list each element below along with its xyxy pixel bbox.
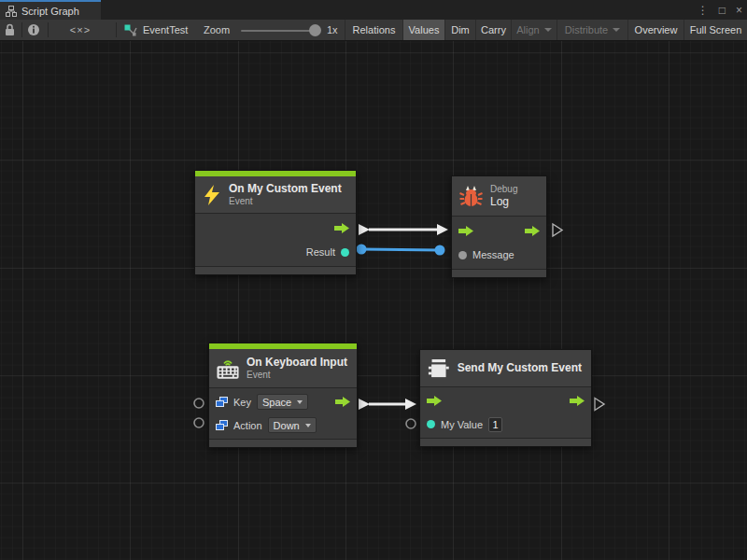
custom-event-machine-icon — [428, 357, 450, 380]
node-header[interactable]: Debug Log — [452, 176, 546, 217]
tab-bar: Script Graph ⋮ □ × — [0, 0, 747, 20]
window-menu-icon[interactable]: ⋮ — [698, 5, 709, 16]
node-subtitle: Event — [247, 370, 347, 381]
dim-button[interactable]: Dim — [444, 20, 475, 40]
message-input-row[interactable]: Message — [452, 243, 546, 267]
node-send-my-custom-event[interactable]: Send My Custom Event My Value 1 — [419, 349, 592, 447]
port-label: Action — [233, 420, 262, 431]
flow-connection-keyboard-to-send[interactable] — [359, 399, 416, 410]
connections-layer — [0, 41, 747, 560]
chevron-down-icon — [544, 28, 552, 32]
code-icon: <×> — [70, 24, 91, 35]
inline-value-icon — [216, 420, 228, 431]
lock-button[interactable] — [4, 20, 16, 40]
zoom-slider-handle[interactable] — [309, 24, 321, 36]
node-footer — [209, 440, 357, 447]
my-value-field[interactable]: 1 — [488, 417, 502, 432]
log-continuation-port[interactable] — [553, 224, 562, 236]
toolbar-buttons: Relations Values Dim Carry Align Distrib… — [345, 20, 747, 40]
node-header[interactable]: On Keyboard Input Event — [209, 349, 357, 388]
graph-breadcrumb[interactable]: EventTest — [124, 20, 188, 40]
tab-script-graph[interactable]: Script Graph — [0, 0, 101, 20]
flow-in-arrow-icon — [458, 226, 473, 236]
node-on-my-custom-event[interactable]: On My Custom Event Event Result — [194, 170, 357, 275]
port-label: My Value — [441, 419, 483, 430]
node-subtitle: Event — [229, 196, 342, 207]
chevron-down-icon — [297, 400, 303, 404]
node-debug-log[interactable]: Debug Log Message — [451, 175, 547, 278]
key-dropdown[interactable]: Space — [257, 394, 308, 410]
lock-icon — [4, 23, 16, 36]
flow-out-arrow-icon — [335, 397, 350, 407]
toolbar-separator — [21, 22, 22, 37]
value-port-icon[interactable] — [427, 420, 435, 428]
distribute-button[interactable]: Distribute — [557, 20, 627, 40]
toolbar-separator — [116, 22, 117, 37]
zoom-value: 1x — [327, 20, 338, 40]
port-label: Result — [306, 246, 335, 258]
bug-icon — [459, 185, 483, 208]
my-value-input-row[interactable]: My Value 1 — [420, 413, 591, 436]
port-label: Message — [472, 249, 514, 260]
script-graph-asset-icon — [124, 23, 137, 36]
tab-label: Script Graph — [21, 6, 79, 17]
full-screen-button[interactable]: Full Screen — [684, 20, 747, 40]
my-value-external-port[interactable] — [406, 419, 416, 428]
result-output-row[interactable]: Result — [195, 240, 356, 264]
port-label: Key — [233, 397, 251, 408]
node-footer — [420, 439, 591, 446]
node-header[interactable]: Send My Custom Event — [420, 350, 591, 387]
zoom-label: Zoom — [204, 20, 230, 40]
flow-in-arrow-icon — [427, 396, 442, 406]
graph-name: EventTest — [143, 24, 188, 35]
graph-canvas[interactable]: On My Custom Event Event Result — [0, 41, 747, 560]
action-external-port[interactable] — [194, 418, 204, 427]
overview-button[interactable]: Overview — [627, 20, 684, 40]
flow-out-arrow-icon — [570, 396, 585, 406]
chevron-down-icon — [613, 28, 620, 32]
script-graph-window: Script Graph ⋮ □ × <×> — [0, 0, 747, 560]
zoom-slider-track[interactable] — [241, 30, 317, 32]
flow-connection-custom-event-to-log[interactable] — [359, 224, 448, 235]
flow-ports-row[interactable] — [420, 389, 591, 413]
window-controls: ⋮ □ × — [698, 0, 742, 20]
keyboard-icon — [217, 357, 239, 381]
values-button[interactable]: Values — [402, 20, 444, 40]
inline-value-icon — [216, 397, 228, 408]
node-on-keyboard-input[interactable]: On Keyboard Input Event Key Space — [208, 343, 358, 448]
node-title: Send My Custom Event — [458, 361, 582, 375]
edit-source-button[interactable]: <×> — [58, 20, 103, 40]
node-body: Message — [452, 217, 546, 270]
align-button[interactable]: Align — [511, 20, 557, 40]
node-footer — [452, 270, 546, 277]
node-title: Log — [490, 195, 517, 209]
value-port-icon[interactable] — [341, 248, 349, 257]
chevron-down-icon — [305, 424, 311, 427]
flow-output-row[interactable] — [195, 216, 356, 240]
key-input-row[interactable]: Key Space — [209, 390, 357, 413]
key-external-port[interactable] — [194, 399, 204, 408]
node-body: Key Space Action — [209, 388, 357, 440]
relations-button[interactable]: Relations — [345, 20, 402, 40]
flow-arrow-icon — [334, 223, 349, 233]
lightning-icon — [203, 185, 221, 205]
window-close-icon[interactable]: × — [736, 5, 742, 16]
node-header[interactable]: On My Custom Event Event — [195, 176, 356, 214]
node-title: On My Custom Event — [229, 182, 342, 196]
node-title: On Keyboard Input — [247, 356, 347, 370]
window-maximize-icon[interactable]: □ — [719, 5, 726, 16]
toolbar-separator — [48, 22, 49, 37]
action-input-row[interactable]: Action Down — [209, 413, 357, 437]
value-connection-result-to-message[interactable] — [357, 245, 445, 256]
graph-tab-icon — [6, 6, 17, 17]
node-body: My Value 1 — [420, 387, 591, 439]
info-button[interactable] — [27, 20, 40, 40]
node-kicker: Debug — [490, 184, 517, 195]
value-port-icon[interactable] — [458, 251, 467, 259]
node-footer — [195, 267, 356, 274]
action-dropdown[interactable]: Down — [268, 417, 317, 433]
flow-out-arrow-icon — [525, 226, 540, 236]
send-continuation-port[interactable] — [595, 399, 604, 411]
flow-ports-row[interactable] — [452, 218, 546, 243]
carry-button[interactable]: Carry — [475, 20, 511, 40]
